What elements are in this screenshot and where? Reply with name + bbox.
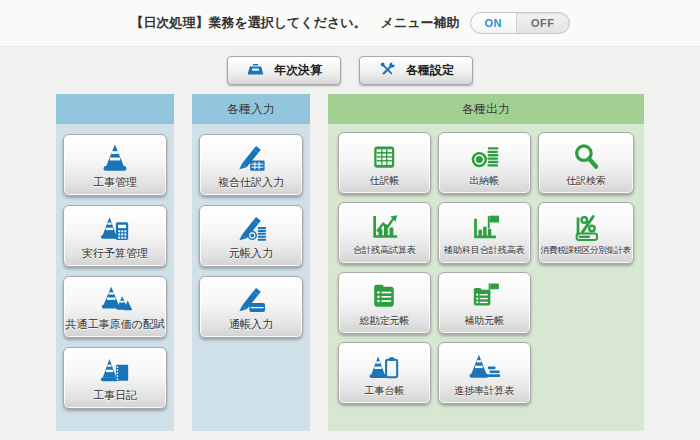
settings-button[interactable]: 各種設定 xyxy=(359,56,473,85)
cone-clipboard-icon xyxy=(367,350,401,384)
cone-calculator-icon xyxy=(98,212,132,246)
coins-stack-icon xyxy=(467,140,501,174)
menu-assist-toggle[interactable]: ON OFF xyxy=(470,12,570,34)
cashbook-button[interactable]: 出納帳 xyxy=(438,132,531,194)
common-cost-allocation-button[interactable]: 共通工事原価の配賦 xyxy=(63,276,167,338)
top-bar: 【日次処理】業務を選択してください。 メニュー補助 ON OFF xyxy=(0,0,700,47)
cone-notebook-icon xyxy=(98,354,132,388)
search-icon xyxy=(569,140,603,174)
pencil-table-icon xyxy=(234,141,268,175)
ledger-icon xyxy=(367,280,401,314)
input-panel-header: 各種入力 xyxy=(192,94,310,124)
projects-panel-body: 工事管理 実行予算管理 共通工事原価の配賦 工事日記 xyxy=(56,124,174,431)
page-title: 【日次処理】業務を選択してください。 xyxy=(130,14,366,32)
menu-assist-label: メニュー補助 xyxy=(381,14,460,32)
consumption-tax-summary-button[interactable]: 消費税課税区分別集計表 xyxy=(538,202,634,264)
empty-cell xyxy=(538,342,634,404)
construction-diary-button[interactable]: 工事日記 xyxy=(63,347,167,409)
projects-panel: 工事管理 実行予算管理 共通工事原価の配賦 工事日記 xyxy=(56,94,174,431)
action-label: 各種設定 xyxy=(406,62,454,79)
journal-book-button[interactable]: 仕訳帳 xyxy=(338,132,431,194)
trial-balance-button[interactable]: 合計残高試算表 xyxy=(338,202,431,264)
compound-journal-entry-button[interactable]: 複合仕訳入力 xyxy=(199,134,303,196)
chart-up-arrow-icon xyxy=(367,211,401,245)
percent-bar-icon xyxy=(569,211,603,245)
archive-drawer-icon xyxy=(246,60,265,82)
action-label: 年次決算 xyxy=(274,62,322,79)
cone-bars-icon xyxy=(467,350,501,384)
sub-account-balance-button[interactable]: 補助科目合計残高表 xyxy=(438,202,531,264)
ledger-entry-button[interactable]: 元帳入力 xyxy=(199,205,303,267)
output-panel-body: 仕訳帳 出納帳 仕訳検索 合計残高試算表 補助科目合計残高表 消費税課税区分別集… xyxy=(328,124,644,431)
multiple-cones-icon xyxy=(98,283,132,317)
tools-icon xyxy=(378,60,397,82)
ledger-flag-icon xyxy=(467,280,501,314)
execution-budget-button[interactable]: 実行予算管理 xyxy=(63,205,167,267)
input-panel-body: 複合仕訳入力 元帳入力 通帳入力 xyxy=(192,124,310,431)
action-buttons-row: 年次決算 各種設定 xyxy=(0,56,700,85)
menu-panels: 工事管理 実行予算管理 共通工事原価の配賦 工事日記 各種入力 複合仕訳入力 xyxy=(0,94,700,431)
general-ledger-button[interactable]: 総勘定元帳 xyxy=(338,272,431,334)
construction-management-button[interactable]: 工事管理 xyxy=(63,134,167,196)
input-panel: 各種入力 複合仕訳入力 元帳入力 通帳入力 xyxy=(192,94,310,431)
output-panel-header: 各種出力 xyxy=(328,94,644,124)
construction-ledger-button[interactable]: 工事台帳 xyxy=(338,342,431,404)
projects-panel-header xyxy=(56,94,174,124)
subsidiary-ledger-button[interactable]: 補助元帳 xyxy=(438,272,531,334)
toggle-on-option[interactable]: ON xyxy=(471,13,518,33)
output-panel: 各種出力 仕訳帳 出納帳 仕訳検索 合計残高試算表 補助科目合計残高表 xyxy=(328,94,644,431)
pencil-passbook-icon xyxy=(234,283,268,317)
toggle-off-option[interactable]: OFF xyxy=(517,13,569,33)
empty-cell xyxy=(538,272,634,334)
annual-closing-button[interactable]: 年次決算 xyxy=(227,56,341,85)
traffic-cone-icon xyxy=(98,141,132,175)
pencil-coins-icon xyxy=(234,212,268,246)
journal-search-button[interactable]: 仕訳検索 xyxy=(538,132,634,194)
chart-flag-icon xyxy=(467,211,501,245)
passbook-entry-button[interactable]: 通帳入力 xyxy=(199,276,303,338)
progress-rate-button[interactable]: 進捗率計算表 xyxy=(438,342,531,404)
spreadsheet-icon xyxy=(367,140,401,174)
